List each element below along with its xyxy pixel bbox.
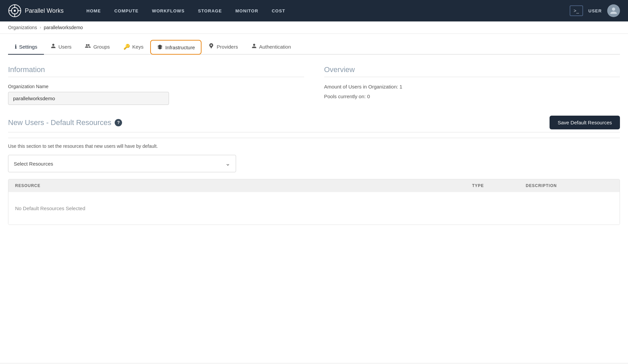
tab-users[interactable]: Users [44, 39, 78, 55]
users-count: Amount of Users in Organization: 1 [324, 84, 620, 89]
tab-settings-label: Settings [19, 44, 37, 50]
authentication-icon [251, 43, 257, 50]
default-resources-title: New Users - Default Resources [8, 118, 111, 127]
org-name-input[interactable] [8, 92, 169, 105]
tab-keys-label: Keys [132, 44, 144, 50]
chevron-down-icon: ⌄ [225, 160, 230, 167]
tabs: ℹ Settings Users Groups 🔑 Keys Infrastru… [8, 34, 620, 55]
tab-settings[interactable]: ℹ Settings [8, 40, 44, 55]
avatar[interactable] [607, 4, 620, 17]
user-label: USER [588, 8, 602, 13]
table-empty-message: No Default Resources Selected [8, 192, 620, 225]
default-resources-section: New Users - Default Resources ? Save Def… [8, 116, 620, 225]
keys-icon: 🔑 [123, 44, 130, 50]
providers-icon [208, 43, 214, 50]
users-icon [51, 43, 56, 50]
logo-icon [8, 4, 21, 17]
main-content: ℹ Settings Users Groups 🔑 Keys Infrastru… [0, 34, 628, 363]
groups-icon [85, 43, 91, 50]
logo-text: Parallel Works [25, 7, 64, 14]
table-header: RESOURCE TYPE DESCRIPTION [8, 179, 620, 192]
save-default-resources-button[interactable]: Save Default Resources [550, 116, 620, 129]
nav-storage[interactable]: STORAGE [191, 0, 229, 21]
tab-authentication-label: Authentication [259, 44, 291, 50]
tab-providers-label: Providers [217, 44, 238, 50]
breadcrumb-separator: › [40, 25, 41, 30]
nav-home[interactable]: HOME [80, 0, 108, 21]
overview-title: Overview [324, 65, 620, 77]
information-section: Information Organization Name [8, 65, 304, 105]
svg-point-2 [14, 10, 16, 12]
tab-providers[interactable]: Providers [202, 39, 244, 55]
content-grid: Information Organization Name Overview A… [8, 55, 620, 225]
section-header-left: New Users - Default Resources ? [8, 118, 122, 127]
breadcrumb-current: parallelworksdemo [44, 25, 83, 30]
tab-keys[interactable]: 🔑 Keys [117, 40, 150, 55]
nav-compute[interactable]: COMPUTE [108, 0, 145, 21]
nav-cost[interactable]: COST [265, 0, 292, 21]
tab-users-label: Users [58, 44, 71, 50]
select-resources-dropdown[interactable]: Select Resources ⌄ [8, 155, 236, 172]
nav-right: >_ USER [570, 4, 620, 17]
help-icon[interactable]: ? [115, 119, 122, 126]
tab-infrastructure-label: Infrastructure [165, 45, 195, 50]
nav-monitor[interactable]: MONITOR [229, 0, 265, 21]
tab-groups[interactable]: Groups [78, 39, 116, 55]
tab-authentication[interactable]: Authentication [245, 39, 298, 55]
nav-links: HOME COMPUTE WORKFLOWS STORAGE MONITOR C… [80, 0, 570, 21]
terminal-icon: >_ [574, 8, 579, 13]
nav-workflows[interactable]: WORKFLOWS [145, 0, 191, 21]
tab-groups-label: Groups [93, 44, 110, 50]
section-description: Use this section to set the resources th… [8, 143, 620, 149]
infrastructure-icon [157, 44, 163, 51]
breadcrumb-organizations[interactable]: Organizations [8, 25, 37, 30]
information-title: Information [8, 65, 304, 77]
terminal-button[interactable]: >_ [570, 5, 583, 16]
logo[interactable]: Parallel Works [8, 4, 64, 17]
settings-icon: ℹ [15, 44, 17, 50]
section-header: New Users - Default Resources ? Save Def… [8, 116, 620, 132]
breadcrumb: Organizations › parallelworksdemo [0, 21, 628, 34]
org-name-label: Organization Name [8, 84, 304, 89]
dropdown-placeholder: Select Resources [14, 161, 53, 167]
tab-infrastructure[interactable]: Infrastructure [150, 40, 202, 55]
resources-table: RESOURCE TYPE DESCRIPTION No Default Res… [8, 179, 620, 225]
overview-section: Overview Amount of Users in Organization… [324, 65, 620, 105]
avatar-icon [610, 7, 618, 15]
top-navigation: Parallel Works HOME COMPUTE WORKFLOWS ST… [0, 0, 628, 21]
col-type: TYPE [472, 183, 526, 188]
col-description: DESCRIPTION [526, 183, 613, 188]
col-resource: RESOURCE [15, 183, 472, 188]
pools-count: Pools currently on: 0 [324, 94, 620, 99]
